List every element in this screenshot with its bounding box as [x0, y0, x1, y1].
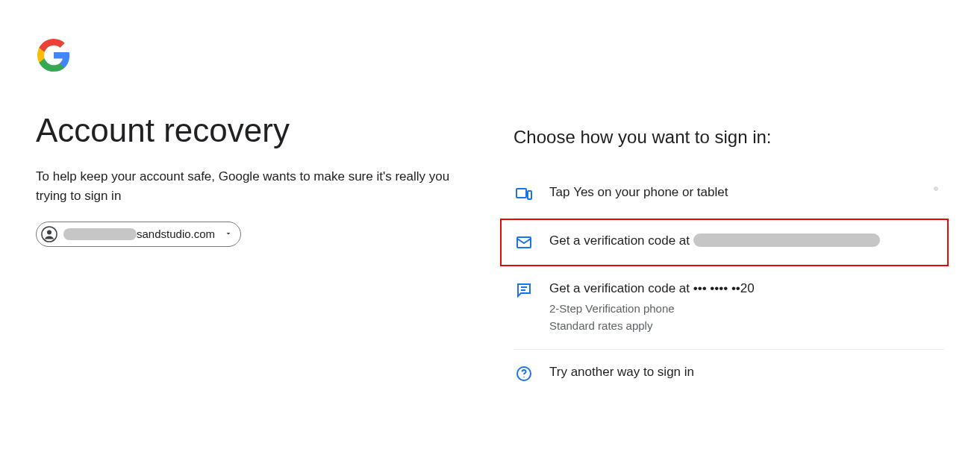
option-sms-title: Get a verification code at ••• •••• ••20 [549, 281, 944, 296]
redacted-text [693, 233, 880, 247]
page-container: Account recovery To help keep your accou… [0, 0, 980, 433]
page-title: Account recovery [36, 112, 484, 149]
option-email-code-label: Get a verification code at [549, 233, 943, 248]
avatar-icon [41, 226, 57, 242]
account-chip[interactable]: sandstudio.com [36, 222, 241, 247]
devices-icon [515, 185, 533, 203]
text-bold: Yes [573, 185, 594, 199]
account-email: sandstudio.com [63, 228, 215, 240]
text-segment: Get a verification code at [549, 233, 693, 248]
redacted-text [63, 228, 137, 240]
svg-rect-2 [516, 189, 526, 198]
google-logo [36, 37, 484, 76]
left-column: Account recovery To help keep your accou… [36, 37, 484, 398]
chevron-down-icon [224, 228, 233, 240]
svg-point-1 [47, 230, 52, 234]
right-column: Choose how you want to sign in: Tap Yes … [514, 37, 944, 398]
text-segment: on your phone or tablet [594, 185, 728, 199]
option-try-another[interactable]: Try another way to sign in [514, 350, 944, 398]
message-icon [515, 281, 533, 299]
account-email-suffix: sandstudio.com [137, 228, 215, 240]
option-tap-yes[interactable]: Tap Yes on your phone or tablet [514, 170, 944, 219]
subtext-line: Standard rates apply [549, 318, 944, 335]
text-segment: Tap [549, 185, 573, 199]
option-sms-code-label: Get a verification code at ••• •••• ••20… [549, 281, 944, 334]
svg-point-8 [523, 377, 525, 378]
svg-rect-3 [528, 191, 531, 199]
mail-icon [515, 233, 533, 251]
subtext-line: 2-Step Verification phone [549, 301, 944, 318]
option-sms-code[interactable]: Get a verification code at ••• •••• ••20… [514, 266, 944, 350]
loading-indicator [934, 186, 938, 191]
page-subtitle: To help keep your account safe, Google w… [36, 167, 469, 207]
help-icon [515, 365, 533, 383]
option-sms-subtext: 2-Step Verification phone Standard rates… [549, 301, 944, 334]
option-tap-yes-label: Tap Yes on your phone or tablet [549, 185, 944, 200]
option-try-another-label: Try another way to sign in [549, 365, 944, 380]
choose-title: Choose how you want to sign in: [514, 127, 944, 148]
option-email-code[interactable]: Get a verification code at [500, 219, 949, 266]
